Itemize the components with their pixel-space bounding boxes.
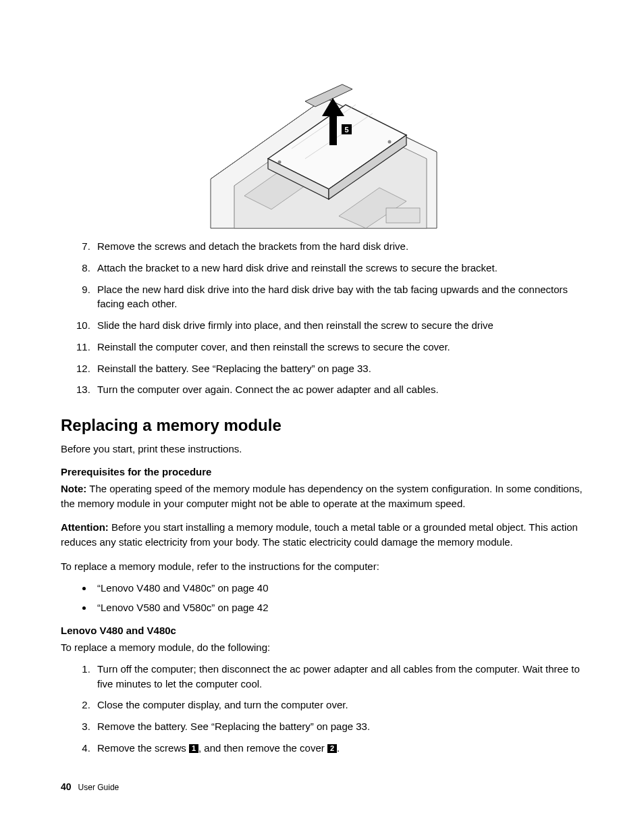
svg-rect-0 [386,208,420,223]
prereq-heading: Prerequisites for the procedure [61,466,583,477]
callout-badge-2: 2 [327,744,337,753]
model-heading: Lenovo V480 and V480c [61,625,583,636]
bstep-2: Close the computer display, and turn the… [93,698,583,712]
footer-label: User Guide [78,783,119,792]
hdd-removal-illustration: 5 [204,61,440,230]
steps-list-top: Remove the screws and detach the bracket… [61,239,583,397]
attention-label: Attention: [61,521,109,533]
note-paragraph: Note: The operating speed of the memory … [61,481,583,511]
bstep4-mid: , and then remove the cover [198,742,327,754]
figure-container: 5 [61,61,583,230]
bstep-3: Remove the battery. See “Replacing the b… [93,719,583,734]
figure-callout-5: 5 [344,126,348,134]
attention-paragraph: Attention: Before you start installing a… [61,520,583,550]
ref-v580: “Lenovo V580 and V580c” on page 42 [93,600,583,615]
note-label: Note: [61,483,86,494]
svg-point-4 [388,140,392,144]
step-13: Turn the computer over again. Connect th… [93,382,583,397]
step-10: Slide the hard disk drive firmly into pl… [93,318,583,333]
page: 5 Remove the screws and detach the brack… [0,0,644,834]
model-reference-list: “Lenovo V480 and V480c” on page 40 “Leno… [61,581,583,616]
note-text: The operating speed of the memory module… [61,483,583,509]
bstep-1: Turn off the computer; then disconnect t… [93,662,583,692]
bstep4-pre: Remove the screws [97,742,189,754]
steps-list-bottom: Turn off the computer; then disconnect t… [61,662,583,756]
svg-point-3 [278,161,281,164]
svg-rect-1 [329,115,337,145]
callout-badge-1: 1 [189,744,198,753]
intro-text: Before you start, print these instructio… [61,442,583,457]
ref-v480: “Lenovo V480 and V480c” on page 40 [93,581,583,596]
attention-text: Before you start installing a memory mod… [61,521,578,548]
step-9: Place the new hard disk drive into the h… [93,282,583,312]
bstep4-post: . [337,742,340,754]
step-11: Reinstall the computer cover, and then r… [93,340,583,355]
step-7: Remove the screws and detach the bracket… [93,239,583,254]
page-footer: 40User Guide [61,781,119,792]
step-12: Reinstall the battery. See “Replacing th… [93,361,583,376]
model-intro: To replace a memory module, do the follo… [61,640,583,655]
page-number: 40 [61,781,72,792]
refer-text: To replace a memory module, refer to the… [61,559,583,574]
bstep-4: Remove the screws 1, and then remove the… [93,741,583,756]
section-heading: Replacing a memory module [61,416,583,435]
step-8: Attach the bracket to a new hard disk dr… [93,261,583,276]
